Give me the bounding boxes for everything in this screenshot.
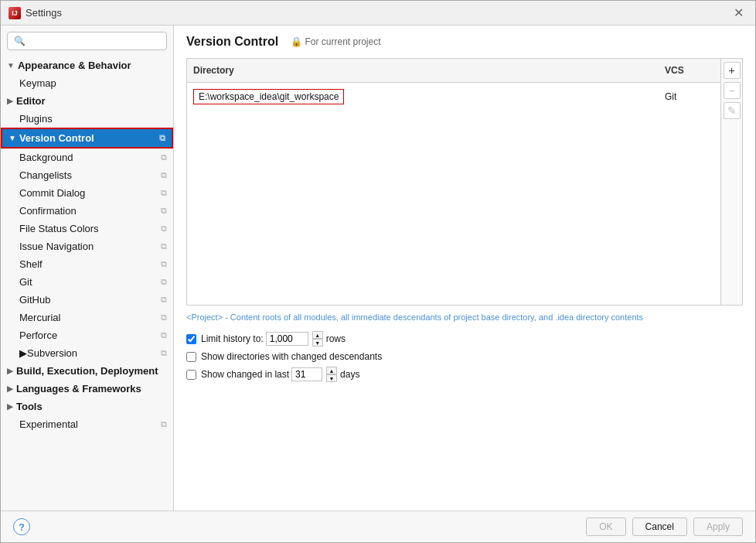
panel-subtitle: 🔒 For current project <box>291 36 380 47</box>
copy-icon: ⧉ <box>161 206 167 216</box>
show-changed-input[interactable] <box>291 367 322 381</box>
directory-cell: E:\workspace_idea\git_workspace <box>187 86 659 108</box>
sidebar-item-tools[interactable]: ▶ Tools <box>1 398 173 415</box>
sidebar-label: Subversion <box>27 347 77 359</box>
spinner-up[interactable]: ▲ <box>312 331 323 339</box>
main-content: ▼ Appearance & Behavior Keymap ▶ Editor … <box>1 26 755 511</box>
search-input[interactable] <box>7 32 167 50</box>
sidebar-label: Mercurial <box>19 312 60 323</box>
sidebar-item-languages-frameworks[interactable]: ▶ Languages & Frameworks <box>1 380 173 398</box>
settings-window: IJ Settings ✕ ▼ Appearance & Behavior Ke… <box>0 0 756 543</box>
sidebar-label: Build, Execution, Deployment <box>16 365 158 377</box>
copy-icon: ⧉ <box>161 330 167 340</box>
expand-arrow: ▶ <box>7 97 13 105</box>
remove-button[interactable]: − <box>724 82 741 99</box>
sidebar-label: Tools <box>16 401 43 412</box>
sidebar-item-experimental[interactable]: Experimental ⧉ <box>1 415 173 433</box>
sidebar-label: Changelists <box>19 169 72 181</box>
vcs-cell: Git <box>659 88 720 105</box>
app-icon: IJ <box>9 7 21 19</box>
copy-icon: ⧉ <box>161 312 167 323</box>
show-directories-checkbox[interactable] <box>186 352 196 362</box>
help-button[interactable]: ? <box>13 518 30 535</box>
table-body: E:\workspace_idea\git_workspace Git <box>187 83 720 305</box>
apply-button[interactable]: Apply <box>693 517 743 536</box>
limit-history-option: Limit history to: ▲ ▼ rows <box>186 331 743 347</box>
expand-arrow: ▶ <box>19 347 27 359</box>
sidebar-item-file-status-colors[interactable]: File Status Colors ⧉ <box>1 220 173 237</box>
close-button[interactable]: ✕ <box>729 4 747 22</box>
spinner-down[interactable]: ▼ <box>312 339 323 347</box>
cancel-button[interactable]: Cancel <box>632 517 687 536</box>
directory-value: E:\workspace_idea\git_workspace <box>193 89 344 104</box>
limit-history-label-after: rows <box>326 333 346 344</box>
expand-arrow: ▼ <box>9 134 16 142</box>
copy-icon: ⧉ <box>161 224 167 234</box>
add-button[interactable]: + <box>724 62 741 79</box>
sidebar-item-shelf[interactable]: Shelf ⧉ <box>1 255 173 273</box>
show-changed-spinner: ▲ ▼ <box>326 367 337 382</box>
copy-icon: ⧉ <box>161 170 167 180</box>
bottom-bar: ? OK Cancel Apply <box>1 511 755 542</box>
table-main: Directory VCS E:\workspace_idea\git_work… <box>187 59 720 305</box>
edit-button[interactable]: ✎ <box>724 102 741 119</box>
sidebar-item-mercurial[interactable]: Mercurial ⧉ <box>1 309 173 326</box>
sidebar-label: File Status Colors <box>19 223 99 234</box>
panel-title: Version Control <box>186 35 278 49</box>
sidebar-item-plugins[interactable]: Plugins <box>1 110 173 128</box>
title-bar: IJ Settings ✕ <box>1 1 755 26</box>
lock-icon: 🔒 <box>291 36 302 47</box>
sidebar-item-perforce[interactable]: Perforce ⧉ <box>1 326 173 344</box>
sidebar-item-confirmation[interactable]: Confirmation ⧉ <box>1 202 173 220</box>
sidebar-label: Appearance & Behavior <box>18 60 131 71</box>
right-panel: Version Control 🔒 For current project Di… <box>174 26 755 511</box>
limit-history-checkbox[interactable] <box>186 334 196 344</box>
directory-table-container: Directory VCS E:\workspace_idea\git_work… <box>186 58 743 306</box>
limit-history-spinner: ▲ ▼ <box>312 331 323 347</box>
sidebar: ▼ Appearance & Behavior Keymap ▶ Editor … <box>1 26 174 511</box>
sidebar-item-git[interactable]: Git ⧉ <box>1 273 173 291</box>
show-directories-label: Show directories with changed descendant… <box>201 351 382 362</box>
sidebar-label: Git <box>19 276 32 288</box>
sidebar-item-subversion[interactable]: ▶ Subversion ⧉ <box>1 344 173 362</box>
expand-arrow: ▶ <box>7 402 13 411</box>
spinner-up[interactable]: ▲ <box>326 367 337 374</box>
sidebar-item-build-execution[interactable]: ▶ Build, Execution, Deployment <box>1 362 173 380</box>
hint-content: <Project> - Content roots of all modules… <box>186 312 643 322</box>
title-text: Settings <box>26 7 729 19</box>
show-changed-label-after: days <box>340 369 359 380</box>
sidebar-label: Commit Dialog <box>19 187 85 199</box>
show-directories-option: Show directories with changed descendant… <box>186 351 743 362</box>
sidebar-item-editor[interactable]: ▶ Editor <box>1 92 173 110</box>
spinner-down[interactable]: ▼ <box>326 374 337 382</box>
panel-header: Version Control 🔒 For current project <box>186 35 743 49</box>
sidebar-item-issue-navigation[interactable]: Issue Navigation ⧉ <box>1 237 173 255</box>
sidebar-label: Shelf <box>19 258 43 270</box>
copy-icon: ⧉ <box>161 241 167 251</box>
sidebar-label: Editor <box>16 95 46 107</box>
vcs-column-header: VCS <box>659 62 720 79</box>
sidebar-item-background[interactable]: Background ⧉ <box>1 149 173 166</box>
sidebar-item-commit-dialog[interactable]: Commit Dialog ⧉ <box>1 184 173 202</box>
sidebar-item-appearance-behavior[interactable]: ▼ Appearance & Behavior <box>1 56 173 74</box>
table-action-bar: + − ✎ <box>720 59 742 305</box>
sidebar-item-github[interactable]: GitHub ⧉ <box>1 291 173 309</box>
copy-icon: ⧉ <box>161 348 167 358</box>
sidebar-item-keymap[interactable]: Keymap <box>1 74 173 92</box>
directory-column-header: Directory <box>187 62 659 79</box>
show-changed-checkbox[interactable] <box>186 370 196 380</box>
sidebar-item-changelists[interactable]: Changelists ⧉ <box>1 166 173 184</box>
sidebar-label: Keymap <box>19 77 56 89</box>
sidebar-item-version-control[interactable]: ▼ Version Control ⧉ <box>1 128 173 149</box>
copy-icon: ⧉ <box>161 295 167 305</box>
show-changed-option: Show changed in last ▲ ▼ days <box>186 367 743 382</box>
ok-button[interactable]: OK <box>586 517 625 536</box>
sidebar-label: Confirmation <box>19 205 77 217</box>
sidebar-label: Plugins <box>19 113 53 125</box>
expand-arrow: ▼ <box>7 61 15 70</box>
table-row[interactable]: E:\workspace_idea\git_workspace Git <box>187 83 720 111</box>
expand-arrow: ▶ <box>7 367 13 375</box>
sidebar-label: Background <box>19 152 73 163</box>
limit-history-input[interactable] <box>266 332 308 346</box>
sidebar-label: GitHub <box>19 294 50 306</box>
